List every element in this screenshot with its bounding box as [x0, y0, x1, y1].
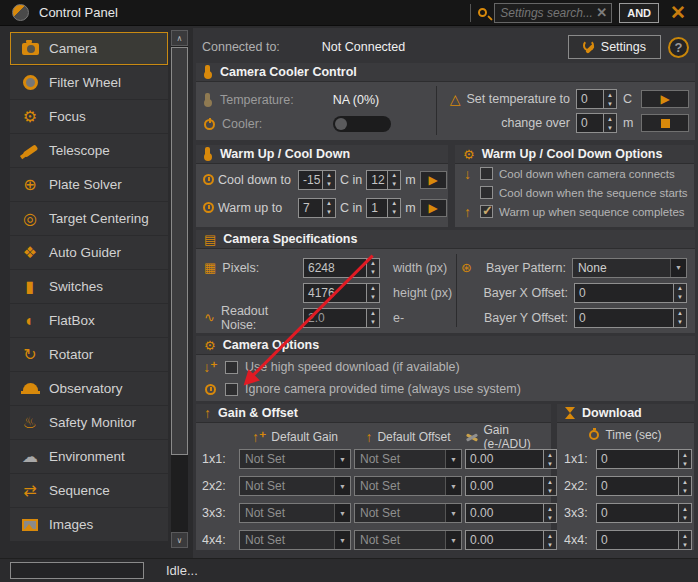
default-offset-dropdown-2x2[interactable]: Not Set▼	[354, 476, 462, 496]
spin-down-icon[interactable]: ▼	[679, 540, 691, 549]
spin-down-icon[interactable]: ▼	[674, 318, 686, 327]
cooler-toggle[interactable]	[333, 116, 391, 132]
spin-down-icon[interactable]: ▼	[323, 180, 335, 189]
default-offset-dropdown-4x4[interactable]: Not Set▼	[354, 530, 462, 550]
bayer-y-offset-stepper[interactable]: 0 ▲▼	[574, 308, 687, 328]
warm-up-on-sequence-complete-checkbox[interactable]	[480, 205, 493, 218]
spin-up-icon[interactable]: ▲	[367, 284, 379, 293]
spin-down-icon[interactable]: ▼	[323, 208, 335, 217]
spin-down-icon[interactable]: ▼	[388, 180, 400, 189]
sidebar-item-focus[interactable]: ⚙ Focus	[10, 100, 168, 133]
spin-up-icon[interactable]: ▲	[388, 199, 400, 208]
spin-down-icon[interactable]: ▼	[544, 486, 556, 495]
sidebar-item-filter-wheel[interactable]: Filter Wheel	[10, 66, 168, 99]
cool-down-on-connect-checkbox[interactable]	[480, 167, 493, 180]
spin-up-icon[interactable]: ▲	[323, 171, 335, 180]
spin-down-icon[interactable]: ▼	[544, 459, 556, 468]
bayer-x-offset-stepper[interactable]: 0 ▲▼	[574, 283, 687, 303]
spin-up-icon[interactable]: ▲	[544, 450, 556, 459]
spin-down-icon[interactable]: ▼	[544, 513, 556, 522]
cool-down-start-button[interactable]: ▶	[420, 171, 447, 189]
chevron-down-icon[interactable]: ▼	[334, 450, 350, 468]
spin-down-icon[interactable]: ▼	[367, 318, 379, 327]
clear-search-icon[interactable]: ✕	[594, 6, 609, 19]
spin-up-icon[interactable]: ▲	[323, 199, 335, 208]
spin-down-icon[interactable]: ▼	[679, 513, 691, 522]
spin-up-icon[interactable]: ▲	[679, 450, 691, 459]
chevron-down-icon[interactable]: ▼	[445, 504, 461, 522]
change-over-stepper[interactable]: 0 ▲▼	[576, 113, 617, 133]
chevron-down-icon[interactable]: ▼	[445, 477, 461, 495]
sidebar-item-rotator[interactable]: ↻ Rotator	[10, 338, 168, 371]
sidebar-item-flatbox[interactable]: ◐ FlatBox	[10, 304, 168, 337]
spin-up-icon[interactable]: ▲	[367, 309, 379, 318]
gain-eadu-stepper-1x1[interactable]: 0.00▲▼	[465, 449, 557, 469]
spin-up-icon[interactable]: ▲	[544, 477, 556, 486]
scrollbar-thumb[interactable]	[171, 47, 188, 455]
spin-down-icon[interactable]: ▼	[679, 459, 691, 468]
spin-up-icon[interactable]: ▲	[674, 309, 686, 318]
sidebar-item-observatory[interactable]: Observatory	[10, 372, 168, 405]
settings-button[interactable]: Settings	[568, 35, 661, 59]
spin-up-icon[interactable]: ▲	[388, 171, 400, 180]
chevron-down-icon[interactable]: ▼	[334, 531, 350, 549]
gain-eadu-stepper-2x2[interactable]: 0.00▲▼	[465, 476, 557, 496]
sidebar-item-telescope[interactable]: Telescope	[10, 134, 168, 167]
cool-down-on-sequence-start-checkbox[interactable]	[480, 186, 493, 199]
gain-eadu-stepper-3x3[interactable]: 0.00▲▼	[465, 503, 557, 523]
sidebar-item-switches[interactable]: ▮ Switches	[10, 270, 168, 303]
sidebar-item-sequence[interactable]: ⇄ Sequence	[10, 474, 168, 507]
sidebar-item-plate-solver[interactable]: ⊕ Plate Solver	[10, 168, 168, 201]
stop-cooling-button[interactable]	[641, 114, 689, 132]
default-gain-dropdown-2x2[interactable]: Not Set▼	[239, 476, 351, 496]
chevron-down-icon[interactable]: ▼	[445, 450, 461, 468]
spin-down-icon[interactable]: ▼	[679, 486, 691, 495]
default-offset-dropdown-3x3[interactable]: Not Set▼	[354, 503, 462, 523]
settings-search-field[interactable]: ✕	[494, 3, 612, 23]
spin-up-icon[interactable]: ▲	[679, 504, 691, 513]
chevron-down-icon[interactable]: ▼	[670, 259, 686, 277]
sidebar-item-safety-monitor[interactable]: ♨ Safety Monitor	[10, 406, 168, 439]
chevron-down-icon[interactable]: ▼	[334, 477, 350, 495]
sidebar-item-environment[interactable]: ☁ Environment	[10, 440, 168, 473]
spin-up-icon[interactable]: ▲	[544, 504, 556, 513]
search-input[interactable]	[500, 6, 594, 20]
warm-up-temp-stepper[interactable]: 7 ▲▼	[298, 198, 336, 218]
spin-down-icon[interactable]: ▼	[388, 208, 400, 217]
set-temperature-stepper[interactable]: 0 ▲▼	[576, 89, 617, 109]
ignore-camera-time-checkbox[interactable]	[225, 383, 238, 396]
spin-up-icon[interactable]: ▲	[674, 284, 686, 293]
default-gain-dropdown-3x3[interactable]: Not Set▼	[239, 503, 351, 523]
sidebar-scrollbar[interactable]: ∧ ∨	[171, 30, 188, 548]
default-gain-dropdown-1x1[interactable]: Not Set▼	[239, 449, 351, 469]
scroll-down-icon[interactable]: ∨	[171, 532, 188, 548]
help-icon[interactable]: ?	[668, 37, 689, 58]
default-offset-dropdown-1x1[interactable]: Not Set▼	[354, 449, 462, 469]
download-time-stepper-4x4[interactable]: 0▲▼	[596, 530, 692, 550]
sidebar-item-camera[interactable]: Camera	[10, 32, 168, 65]
spin-up-icon[interactable]: ▲	[604, 114, 616, 123]
bayer-pattern-dropdown[interactable]: None ▼	[572, 258, 687, 278]
spin-down-icon[interactable]: ▼	[367, 293, 379, 302]
download-time-stepper-3x3[interactable]: 0▲▼	[596, 503, 692, 523]
spin-up-icon[interactable]: ▲	[544, 531, 556, 540]
spin-down-icon[interactable]: ▼	[674, 293, 686, 302]
download-time-stepper-2x2[interactable]: 0▲▼	[596, 476, 692, 496]
cool-down-temp-stepper[interactable]: -15 ▲▼	[298, 170, 336, 190]
spin-down-icon[interactable]: ▼	[367, 268, 379, 277]
spin-up-icon[interactable]: ▲	[679, 477, 691, 486]
and-button[interactable]: AND	[619, 3, 659, 23]
sidebar-item-auto-guider[interactable]: ❖ Auto Guider	[10, 236, 168, 269]
chevron-down-icon[interactable]: ▼	[334, 504, 350, 522]
download-time-stepper-1x1[interactable]: 0▲▼	[596, 449, 692, 469]
start-cooling-button[interactable]: ▶	[641, 90, 689, 108]
sidebar-item-images[interactable]: Images	[10, 508, 168, 541]
warm-up-start-button[interactable]: ▶	[420, 199, 447, 217]
warm-up-time-stepper[interactable]: 1 ▲▼	[366, 198, 401, 218]
default-gain-dropdown-4x4[interactable]: Not Set▼	[239, 530, 351, 550]
spin-down-icon[interactable]: ▼	[544, 540, 556, 549]
cool-down-time-stepper[interactable]: 12 ▲▼	[366, 170, 401, 190]
sidebar-item-target-centering[interactable]: ◎ Target Centering	[10, 202, 168, 235]
scroll-up-icon[interactable]: ∧	[171, 30, 188, 46]
spin-down-icon[interactable]: ▼	[604, 123, 616, 132]
